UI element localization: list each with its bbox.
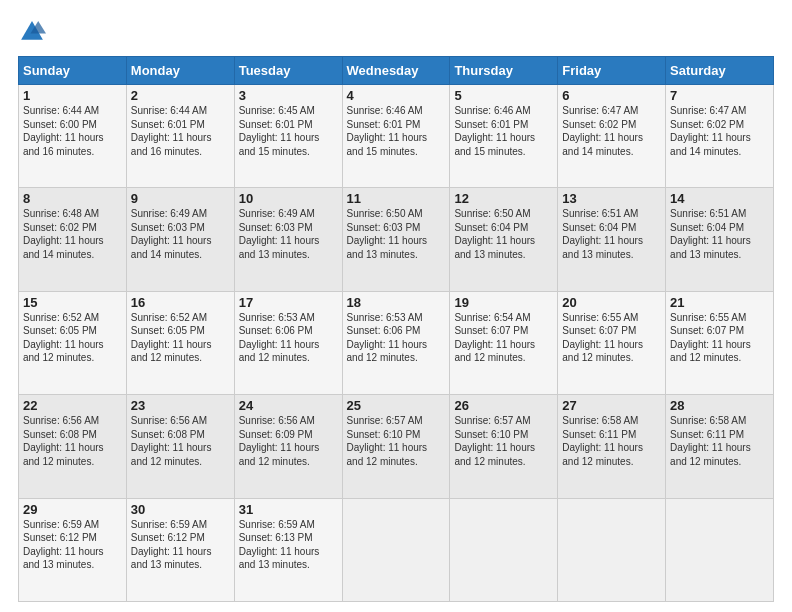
logo-icon <box>18 18 46 46</box>
day-cell: 18Sunrise: 6:53 AM Sunset: 6:06 PM Dayli… <box>342 291 450 394</box>
day-number: 4 <box>347 88 446 103</box>
day-cell: 25Sunrise: 6:57 AM Sunset: 6:10 PM Dayli… <box>342 395 450 498</box>
day-info: Sunrise: 6:55 AM Sunset: 6:07 PM Dayligh… <box>670 311 769 365</box>
day-number: 25 <box>347 398 446 413</box>
calendar-header: SundayMondayTuesdayWednesdayThursdayFrid… <box>19 57 774 85</box>
day-number: 16 <box>131 295 230 310</box>
day-number: 10 <box>239 191 338 206</box>
week-row-2: 8Sunrise: 6:48 AM Sunset: 6:02 PM Daylig… <box>19 188 774 291</box>
day-cell <box>558 498 666 601</box>
day-cell <box>450 498 558 601</box>
day-number: 5 <box>454 88 553 103</box>
day-cell: 29Sunrise: 6:59 AM Sunset: 6:12 PM Dayli… <box>19 498 127 601</box>
day-info: Sunrise: 6:57 AM Sunset: 6:10 PM Dayligh… <box>347 414 446 468</box>
day-cell: 21Sunrise: 6:55 AM Sunset: 6:07 PM Dayli… <box>666 291 774 394</box>
day-cell: 11Sunrise: 6:50 AM Sunset: 6:03 PM Dayli… <box>342 188 450 291</box>
day-info: Sunrise: 6:50 AM Sunset: 6:03 PM Dayligh… <box>347 207 446 261</box>
day-cell: 22Sunrise: 6:56 AM Sunset: 6:08 PM Dayli… <box>19 395 127 498</box>
day-cell: 23Sunrise: 6:56 AM Sunset: 6:08 PM Dayli… <box>126 395 234 498</box>
day-info: Sunrise: 6:58 AM Sunset: 6:11 PM Dayligh… <box>562 414 661 468</box>
logo <box>18 18 50 46</box>
page: SundayMondayTuesdayWednesdayThursdayFrid… <box>0 0 792 612</box>
day-number: 17 <box>239 295 338 310</box>
day-cell: 24Sunrise: 6:56 AM Sunset: 6:09 PM Dayli… <box>234 395 342 498</box>
day-number: 27 <box>562 398 661 413</box>
day-cell: 15Sunrise: 6:52 AM Sunset: 6:05 PM Dayli… <box>19 291 127 394</box>
header <box>18 18 774 46</box>
day-cell: 10Sunrise: 6:49 AM Sunset: 6:03 PM Dayli… <box>234 188 342 291</box>
day-info: Sunrise: 6:47 AM Sunset: 6:02 PM Dayligh… <box>562 104 661 158</box>
day-info: Sunrise: 6:56 AM Sunset: 6:08 PM Dayligh… <box>23 414 122 468</box>
day-info: Sunrise: 6:46 AM Sunset: 6:01 PM Dayligh… <box>454 104 553 158</box>
day-cell: 7Sunrise: 6:47 AM Sunset: 6:02 PM Daylig… <box>666 85 774 188</box>
day-info: Sunrise: 6:51 AM Sunset: 6:04 PM Dayligh… <box>562 207 661 261</box>
day-cell: 31Sunrise: 6:59 AM Sunset: 6:13 PM Dayli… <box>234 498 342 601</box>
day-info: Sunrise: 6:55 AM Sunset: 6:07 PM Dayligh… <box>562 311 661 365</box>
week-row-4: 22Sunrise: 6:56 AM Sunset: 6:08 PM Dayli… <box>19 395 774 498</box>
day-number: 6 <box>562 88 661 103</box>
day-number: 30 <box>131 502 230 517</box>
day-cell: 27Sunrise: 6:58 AM Sunset: 6:11 PM Dayli… <box>558 395 666 498</box>
day-number: 13 <box>562 191 661 206</box>
header-day-tuesday: Tuesday <box>234 57 342 85</box>
day-number: 20 <box>562 295 661 310</box>
day-cell: 8Sunrise: 6:48 AM Sunset: 6:02 PM Daylig… <box>19 188 127 291</box>
day-number: 7 <box>670 88 769 103</box>
day-cell: 26Sunrise: 6:57 AM Sunset: 6:10 PM Dayli… <box>450 395 558 498</box>
day-cell: 28Sunrise: 6:58 AM Sunset: 6:11 PM Dayli… <box>666 395 774 498</box>
day-cell: 6Sunrise: 6:47 AM Sunset: 6:02 PM Daylig… <box>558 85 666 188</box>
day-info: Sunrise: 6:59 AM Sunset: 6:13 PM Dayligh… <box>239 518 338 572</box>
day-cell: 30Sunrise: 6:59 AM Sunset: 6:12 PM Dayli… <box>126 498 234 601</box>
day-info: Sunrise: 6:59 AM Sunset: 6:12 PM Dayligh… <box>131 518 230 572</box>
calendar-body: 1Sunrise: 6:44 AM Sunset: 6:00 PM Daylig… <box>19 85 774 602</box>
day-number: 2 <box>131 88 230 103</box>
day-cell <box>666 498 774 601</box>
day-number: 11 <box>347 191 446 206</box>
day-cell: 17Sunrise: 6:53 AM Sunset: 6:06 PM Dayli… <box>234 291 342 394</box>
day-number: 21 <box>670 295 769 310</box>
day-info: Sunrise: 6:44 AM Sunset: 6:00 PM Dayligh… <box>23 104 122 158</box>
header-day-wednesday: Wednesday <box>342 57 450 85</box>
day-info: Sunrise: 6:48 AM Sunset: 6:02 PM Dayligh… <box>23 207 122 261</box>
day-cell: 3Sunrise: 6:45 AM Sunset: 6:01 PM Daylig… <box>234 85 342 188</box>
day-info: Sunrise: 6:51 AM Sunset: 6:04 PM Dayligh… <box>670 207 769 261</box>
day-info: Sunrise: 6:49 AM Sunset: 6:03 PM Dayligh… <box>131 207 230 261</box>
header-day-friday: Friday <box>558 57 666 85</box>
day-cell: 2Sunrise: 6:44 AM Sunset: 6:01 PM Daylig… <box>126 85 234 188</box>
day-info: Sunrise: 6:47 AM Sunset: 6:02 PM Dayligh… <box>670 104 769 158</box>
day-info: Sunrise: 6:52 AM Sunset: 6:05 PM Dayligh… <box>131 311 230 365</box>
day-info: Sunrise: 6:53 AM Sunset: 6:06 PM Dayligh… <box>347 311 446 365</box>
header-day-monday: Monday <box>126 57 234 85</box>
calendar-table: SundayMondayTuesdayWednesdayThursdayFrid… <box>18 56 774 602</box>
day-info: Sunrise: 6:57 AM Sunset: 6:10 PM Dayligh… <box>454 414 553 468</box>
header-day-thursday: Thursday <box>450 57 558 85</box>
day-cell: 14Sunrise: 6:51 AM Sunset: 6:04 PM Dayli… <box>666 188 774 291</box>
day-number: 3 <box>239 88 338 103</box>
day-number: 9 <box>131 191 230 206</box>
day-info: Sunrise: 6:53 AM Sunset: 6:06 PM Dayligh… <box>239 311 338 365</box>
day-number: 22 <box>23 398 122 413</box>
day-number: 19 <box>454 295 553 310</box>
day-cell: 9Sunrise: 6:49 AM Sunset: 6:03 PM Daylig… <box>126 188 234 291</box>
day-info: Sunrise: 6:56 AM Sunset: 6:08 PM Dayligh… <box>131 414 230 468</box>
day-info: Sunrise: 6:50 AM Sunset: 6:04 PM Dayligh… <box>454 207 553 261</box>
day-number: 12 <box>454 191 553 206</box>
day-number: 23 <box>131 398 230 413</box>
day-cell: 16Sunrise: 6:52 AM Sunset: 6:05 PM Dayli… <box>126 291 234 394</box>
day-number: 28 <box>670 398 769 413</box>
day-cell: 1Sunrise: 6:44 AM Sunset: 6:00 PM Daylig… <box>19 85 127 188</box>
day-cell <box>342 498 450 601</box>
day-cell: 12Sunrise: 6:50 AM Sunset: 6:04 PM Dayli… <box>450 188 558 291</box>
day-number: 18 <box>347 295 446 310</box>
day-info: Sunrise: 6:44 AM Sunset: 6:01 PM Dayligh… <box>131 104 230 158</box>
day-cell: 5Sunrise: 6:46 AM Sunset: 6:01 PM Daylig… <box>450 85 558 188</box>
week-row-3: 15Sunrise: 6:52 AM Sunset: 6:05 PM Dayli… <box>19 291 774 394</box>
day-info: Sunrise: 6:58 AM Sunset: 6:11 PM Dayligh… <box>670 414 769 468</box>
day-cell: 13Sunrise: 6:51 AM Sunset: 6:04 PM Dayli… <box>558 188 666 291</box>
header-day-saturday: Saturday <box>666 57 774 85</box>
day-info: Sunrise: 6:54 AM Sunset: 6:07 PM Dayligh… <box>454 311 553 365</box>
day-info: Sunrise: 6:56 AM Sunset: 6:09 PM Dayligh… <box>239 414 338 468</box>
day-number: 29 <box>23 502 122 517</box>
day-number: 15 <box>23 295 122 310</box>
day-info: Sunrise: 6:45 AM Sunset: 6:01 PM Dayligh… <box>239 104 338 158</box>
